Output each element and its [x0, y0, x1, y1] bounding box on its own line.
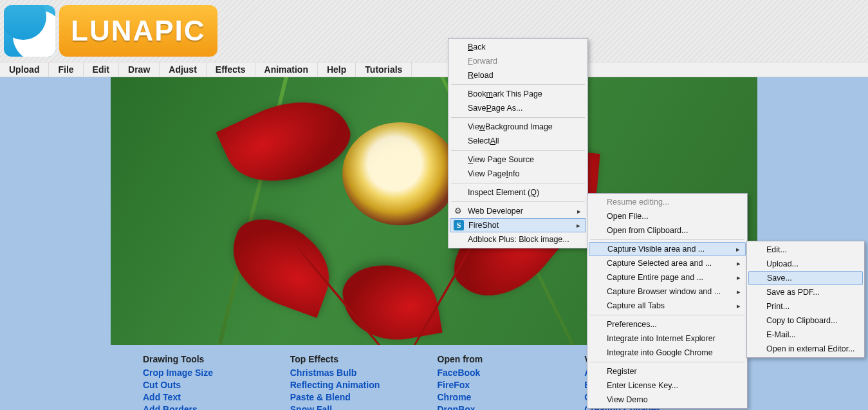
link-paste-blend[interactable]: Paste & Blend	[290, 391, 431, 404]
menubar-item-file[interactable]: File	[49, 62, 83, 77]
menu-item-integrate-into-internet-explorer[interactable]: Integrate into Internet Explorer	[589, 331, 746, 346]
menu-item-select-all[interactable]: Select All	[450, 134, 586, 148]
fireshot-submenu[interactable]: Resume editing...Open File...Open from C…	[587, 193, 748, 409]
menu-item-integrate-into-google-chrome[interactable]: Integrate into Google Chrome	[589, 346, 746, 360]
link-snow-fall[interactable]: Snow Fall	[290, 404, 431, 410]
context-menu[interactable]: BackForwardReloadBookmark This PageSave …	[448, 38, 588, 248]
menu-item-reload[interactable]: Reload	[450, 68, 586, 82]
menu-item-open-file[interactable]: Open File...	[589, 209, 746, 223]
gear-icon: ⚙	[453, 205, 463, 216]
menu-item-e-mail[interactable]: E-Mail...	[748, 328, 863, 342]
menu-item-open-from-clipboard[interactable]: Open from Clipboard...	[589, 223, 746, 238]
menu-item-capture-browser-window-and[interactable]: Capture Browser window and ...	[589, 284, 746, 299]
logo-icon	[4, 5, 55, 57]
menubar-item-tutorials[interactable]: Tutorials	[356, 62, 412, 77]
column-heading: Open from	[438, 354, 578, 364]
menubar-item-draw[interactable]: Draw	[119, 62, 160, 77]
menubar-item-upload[interactable]: Upload	[0, 62, 49, 77]
menu-item-fireshot[interactable]: SFireShot	[450, 218, 586, 232]
menu-item-forward: Forward	[450, 54, 586, 68]
link-dropbox[interactable]: DropBox	[438, 404, 578, 410]
link-chrome[interactable]: Chrome	[438, 391, 578, 404]
menu-item-capture-visible-area-and[interactable]: Capture Visible area and ...	[589, 242, 746, 256]
link-add-borders[interactable]: Add Borders	[143, 404, 284, 410]
menu-item-capture-entire-page-and[interactable]: Capture Entire page and ...	[589, 270, 746, 284]
menu-item-edit[interactable]: Edit...	[748, 243, 863, 257]
menu-item-save-page-as[interactable]: Save Page As...	[450, 101, 586, 115]
menubar-item-help[interactable]: Help	[318, 62, 356, 77]
menubar-item-animation[interactable]: Animation	[255, 62, 318, 77]
link-facebook[interactable]: FaceBook	[438, 367, 578, 379]
main-menubar: UploadFileEditDrawAdjustEffectsAnimation…	[0, 62, 868, 77]
menu-item-enter-license-key[interactable]: Enter License Key...	[589, 378, 746, 393]
menu-item-resume-editing: Resume editing...	[589, 195, 746, 209]
menu-item-view-demo[interactable]: View Demo	[589, 393, 746, 407]
link-crop-image-size[interactable]: Crop Image Size	[143, 367, 284, 379]
logo-word: LUNAPIC	[59, 5, 217, 57]
menu-item-bookmark-this-page[interactable]: Bookmark This Page	[450, 87, 586, 101]
link-firefox[interactable]: FireFox	[438, 379, 578, 391]
menu-item-view-background-image[interactable]: View Background Image	[450, 120, 586, 134]
fireshot-icon: S	[454, 220, 464, 230]
menu-item-preferences[interactable]: Preferences...	[589, 317, 746, 331]
menu-item-save[interactable]: Save...	[748, 271, 863, 285]
menu-item-open-in-external-editor[interactable]: Open in external Editor...	[748, 342, 863, 356]
menu-item-capture-selected-area-and[interactable]: Capture Selected area and ...	[589, 256, 746, 270]
menu-item-register[interactable]: Register	[589, 364, 746, 378]
column-heading: Top Effects	[290, 354, 431, 364]
menubar-item-effects[interactable]: Effects	[207, 62, 255, 77]
link-cut-outs[interactable]: Cut Outs	[143, 379, 284, 391]
logo[interactable]: LUNAPIC	[4, 5, 217, 57]
column-heading: Drawing Tools	[143, 354, 284, 364]
app-header: LUNAPIC	[0, 0, 868, 62]
menu-item-capture-all-tabs[interactable]: Capture all Tabs	[589, 299, 746, 313]
menu-item-web-developer[interactable]: ⚙Web Developer	[450, 204, 586, 218]
menu-item-upload[interactable]: Upload...	[748, 257, 863, 271]
menu-item-inspect-element-q[interactable]: Inspect Element (Q)	[450, 185, 586, 200]
capture-submenu[interactable]: Edit...Upload...Save...Save as PDF...Pri…	[746, 241, 865, 358]
menu-item-view-page-info[interactable]: View Page Info	[450, 167, 586, 181]
menu-item-print[interactable]: Print...	[748, 299, 863, 313]
menu-item-adblock-plus-block-image[interactable]: Adblock Plus: Block image...	[450, 232, 586, 247]
menubar-item-adjust[interactable]: Adjust	[160, 62, 207, 77]
menu-item-back[interactable]: Back	[450, 40, 586, 54]
menu-item-view-page-source[interactable]: View Page Source	[450, 153, 586, 167]
menu-item-save-as-pdf[interactable]: Save as PDF...	[748, 285, 863, 299]
link-add-text[interactable]: Add Text	[143, 391, 284, 404]
link-reflecting-animation[interactable]: Reflecting Animation	[290, 379, 431, 391]
menu-item-copy-to-clipboard[interactable]: Copy to Clipboard...	[748, 313, 863, 328]
menubar-item-edit[interactable]: Edit	[84, 62, 119, 77]
link-christmas-bulb[interactable]: Christmas Bulb	[290, 367, 431, 379]
